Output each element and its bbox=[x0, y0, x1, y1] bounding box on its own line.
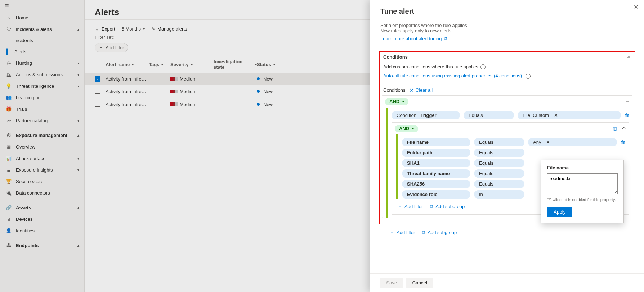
cancel-button[interactable]: Cancel bbox=[406, 278, 433, 288]
panel-title: Tune alert bbox=[380, 7, 634, 15]
info-icon[interactable]: i bbox=[480, 64, 486, 69]
clear-all-button[interactable]: ✕Clear all bbox=[410, 87, 433, 93]
condition-operator-chip[interactable]: Equals bbox=[474, 169, 524, 178]
collapse-group-button[interactable] bbox=[625, 99, 629, 104]
conditions-title: Conditions bbox=[383, 54, 408, 60]
filename-popup: File name "*" wildcard is enabled for th… bbox=[541, 160, 624, 223]
condition-row: Condition: Trigger Equals File: Custom✕ … bbox=[392, 111, 629, 119]
condition-row: Folder path Equals bbox=[402, 149, 625, 157]
conditions-hint: Add custom conditions where this rule ap… bbox=[383, 64, 478, 69]
condition-field-chip[interactable]: SHA1 bbox=[402, 159, 470, 167]
chevron-down-icon: ▾ bbox=[412, 127, 414, 131]
condition-field-chip[interactable]: Condition: Trigger bbox=[392, 111, 460, 119]
collapse-group-button[interactable] bbox=[622, 126, 626, 131]
close-icon[interactable]: ✕ bbox=[634, 4, 638, 10]
x-icon: ✕ bbox=[410, 87, 414, 93]
condition-row: File name EqualsAny✕ 🗑 bbox=[402, 138, 625, 146]
condition-value-chip[interactable]: File: Custom✕ bbox=[518, 111, 621, 119]
add-subgroup-button[interactable]: ⧉Add subgroup bbox=[422, 230, 457, 236]
learn-more-link[interactable]: Learn more about alert tuning⧉ bbox=[380, 36, 447, 41]
condition-field-chip[interactable]: SHA256 bbox=[402, 180, 470, 188]
panel-subtitle: Set alert properties where the rule appl… bbox=[370, 20, 644, 41]
conditions-label: Conditions bbox=[383, 87, 405, 93]
chevron-down-icon: ▾ bbox=[402, 100, 404, 104]
add-filter-button[interactable]: ＋Add filter bbox=[390, 229, 415, 236]
popup-label: File name bbox=[547, 165, 618, 170]
condition-field-chip[interactable]: File name bbox=[402, 138, 470, 146]
plus-icon: ＋ bbox=[390, 229, 394, 236]
condition-value-chip[interactable]: Any✕ bbox=[528, 138, 617, 146]
delete-condition-icon[interactable]: 🗑 bbox=[621, 140, 625, 145]
condition-operator-chip[interactable]: Equals bbox=[474, 149, 524, 157]
plus-icon: ＋ bbox=[398, 204, 402, 210]
apply-button[interactable]: Apply bbox=[547, 207, 572, 217]
clear-value-icon[interactable]: ✕ bbox=[554, 113, 558, 118]
info-icon[interactable]: i bbox=[526, 74, 531, 79]
add-filter-button[interactable]: ＋Add filter bbox=[398, 204, 423, 210]
collapse-section-button[interactable] bbox=[627, 55, 631, 59]
condition-field-chip[interactable]: Evidence role bbox=[402, 190, 470, 199]
condition-operator-chip[interactable]: Equals bbox=[464, 111, 514, 119]
tune-alert-panel: ✕ Tune alert Set alert properties where … bbox=[370, 0, 644, 292]
delete-subgroup-icon[interactable]: 🗑 bbox=[613, 126, 617, 131]
subgroup-icon: ⧉ bbox=[430, 204, 433, 210]
condition-operator-chip[interactable]: In bbox=[474, 190, 524, 199]
delete-condition-icon[interactable]: 🗑 bbox=[625, 113, 629, 118]
add-subgroup-button[interactable]: ⧉Add subgroup bbox=[430, 204, 465, 210]
panel-footer: Save Cancel bbox=[370, 273, 644, 292]
and-operator-pill[interactable]: AND▾ bbox=[395, 125, 418, 132]
and-operator-pill[interactable]: AND▾ bbox=[385, 98, 408, 105]
filename-input[interactable] bbox=[547, 173, 618, 194]
clear-value-icon[interactable]: ✕ bbox=[546, 140, 550, 145]
condition-field-chip[interactable]: Threat family name bbox=[402, 169, 470, 178]
autofill-link[interactable]: Auto-fill rule conditions using existing… bbox=[383, 73, 522, 78]
condition-operator-chip[interactable]: Equals bbox=[474, 138, 524, 146]
condition-operator-chip[interactable]: Equals bbox=[474, 159, 524, 167]
save-button[interactable]: Save bbox=[380, 278, 403, 288]
condition-operator-chip[interactable]: Equals bbox=[474, 180, 524, 188]
popup-note: "*" wildcard is enabled for this propert… bbox=[547, 197, 618, 202]
condition-field-chip[interactable]: Folder path bbox=[402, 149, 470, 157]
subgroup-icon: ⧉ bbox=[422, 230, 425, 236]
popout-icon: ⧉ bbox=[444, 36, 447, 41]
